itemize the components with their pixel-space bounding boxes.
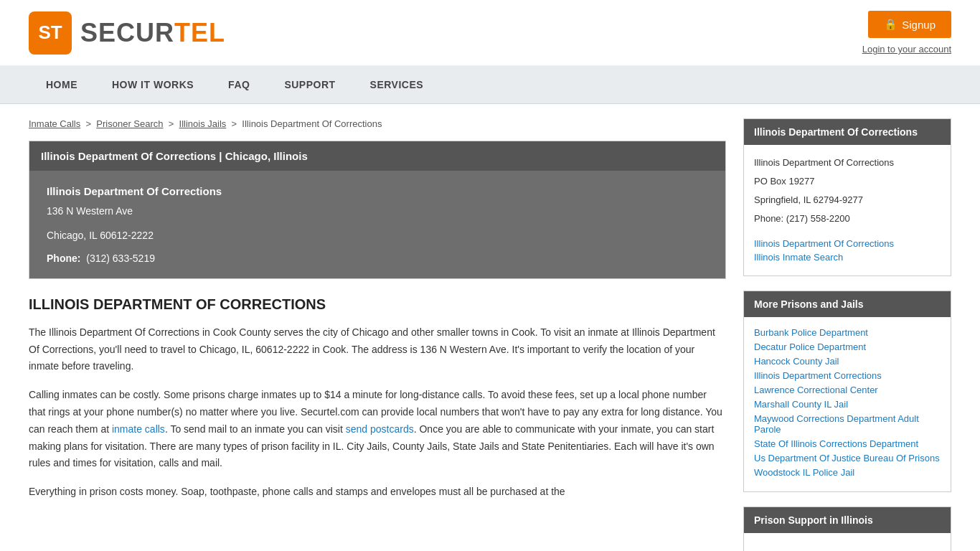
nav-services[interactable]: SERVICES: [353, 66, 441, 103]
content: Inmate Calls > Prisoner Search > Illinoi…: [29, 118, 726, 551]
info-card-header: Illinois Department Of Corrections | Chi…: [29, 141, 725, 171]
lock-icon: 🔒: [884, 18, 897, 31]
contact-line-1: Illinois Department Of Corrections: [754, 155, 941, 171]
breadcrumb: Inmate Calls > Prisoner Search > Illinoi…: [29, 118, 726, 129]
inmate-calls-link[interactable]: inmate calls: [112, 423, 165, 435]
prison-link-0[interactable]: Burbank Police Department: [754, 327, 941, 338]
nav-support[interactable]: SUPPORT: [267, 66, 352, 103]
article-heading: ILLINOIS DEPARTMENT OF CORRECTIONS: [29, 296, 726, 313]
send-postcards-link[interactable]: send postcards: [346, 423, 414, 435]
contact-line-4: Phone: (217) 558-2200: [754, 211, 941, 227]
sidebar-more-prisons-header: More Prisons and Jails: [744, 291, 951, 317]
signup-button[interactable]: 🔒 Signup: [868, 11, 951, 38]
info-card-body: Illinois Department Of Corrections 136 N…: [29, 171, 725, 278]
sidebar-more-prisons-box: More Prisons and Jails Burbank Police De…: [743, 291, 951, 492]
header-right: 🔒 Signup Login to your account: [862, 11, 951, 55]
breadcrumb-prisoner-search[interactable]: Prisoner Search: [96, 118, 163, 129]
sidebar-more-prisons-body: Burbank Police Department Decatur Police…: [744, 317, 951, 491]
nav-home[interactable]: HOME: [29, 66, 95, 103]
contact-line-2: PO Box 19277: [754, 174, 941, 189]
contact-link-2[interactable]: Illinois Inmate Search: [754, 252, 941, 263]
facility-name: Illinois Department Of Corrections: [47, 185, 708, 197]
svg-text:ST: ST: [38, 22, 62, 43]
prison-link-5[interactable]: Marshall County IL Jail: [754, 399, 941, 410]
contact-line-3: Springfield, IL 62794-9277: [754, 192, 941, 208]
main-container: Inmate Calls > Prisoner Search > Illinoi…: [0, 104, 980, 551]
login-link[interactable]: Login to your account: [862, 44, 951, 55]
sidebar-prison-support-body: [744, 533, 951, 551]
phone-label: Phone:: [47, 253, 80, 264]
prison-link-8[interactable]: Us Department Of Justice Bureau Of Priso…: [754, 453, 941, 463]
breadcrumb-illinois-jails[interactable]: Illinois Jails: [179, 118, 227, 129]
sidebar-prison-support-header: Prison Support in Illinois: [744, 507, 951, 533]
header: ST SECURTEL 🔒 Signup Login to your accou…: [0, 0, 980, 66]
nav: HOME HOW IT WORKS FAQ SUPPORT SERVICES: [0, 66, 980, 104]
sidebar-prison-support-box: Prison Support in Illinois: [743, 507, 951, 551]
prison-link-3[interactable]: Illinois Department Corrections: [754, 370, 941, 381]
contact-link-1[interactable]: Illinois Department Of Corrections: [754, 238, 941, 249]
prison-link-9[interactable]: Woodstock IL Police Jail: [754, 467, 941, 478]
prison-link-4[interactable]: Lawrence Correctional Center: [754, 385, 941, 395]
phone-line: Phone: (312) 633-5219: [47, 253, 708, 264]
sidebar-contact-header: Illinois Department Of Corrections: [744, 119, 951, 145]
sidebar: Illinois Department Of Corrections Illin…: [743, 118, 951, 551]
logo-area: ST SECURTEL: [29, 11, 225, 55]
info-card: Illinois Department Of Corrections | Chi…: [29, 141, 726, 279]
address-line2: Chicago, IL 60612-2222: [47, 227, 708, 243]
prison-link-1[interactable]: Decatur Police Department: [754, 342, 941, 352]
phone-number: (312) 633-5219: [86, 253, 155, 264]
article: ILLINOIS DEPARTMENT OF CORRECTIONS The I…: [29, 296, 726, 501]
prison-link-6[interactable]: Maywood Corrections Department Adult Par…: [754, 413, 941, 435]
breadcrumb-current: Illinois Department Of Corrections: [242, 118, 382, 129]
nav-faq[interactable]: FAQ: [211, 66, 267, 103]
prison-link-7[interactable]: State Of Illinois Corrections Department: [754, 438, 941, 449]
article-para-2: Calling inmates can be costly. Some pris…: [29, 387, 726, 472]
breadcrumb-inmate-calls[interactable]: Inmate Calls: [29, 118, 80, 129]
article-para-1: The Illinois Department Of Corrections i…: [29, 324, 726, 375]
article-para-3: Everything in prison costs money. Soap, …: [29, 484, 726, 501]
sidebar-contact-box: Illinois Department Of Corrections Illin…: [743, 118, 951, 276]
nav-how-it-works[interactable]: HOW IT WORKS: [95, 66, 211, 103]
prison-link-2[interactable]: Hancock County Jail: [754, 356, 941, 367]
address-line1: 136 N Western Ave: [47, 203, 708, 219]
sidebar-contact-body: Illinois Department Of Corrections PO Bo…: [744, 145, 951, 276]
logo-text: SECURTEL: [80, 18, 225, 48]
logo-icon: ST: [29, 11, 72, 55]
